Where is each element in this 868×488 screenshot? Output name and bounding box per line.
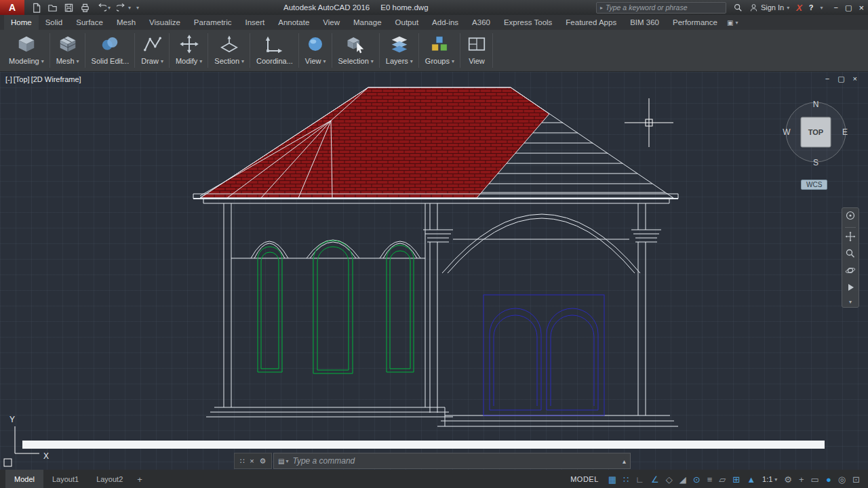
dropdown-caret-icon[interactable]: ▾ bbox=[128, 5, 131, 11]
selection-cycling-icon[interactable]: ⊞ bbox=[732, 475, 740, 484]
panel-modify[interactable]: Modify▾ bbox=[170, 30, 208, 71]
ortho-mode-icon[interactable]: ∟ bbox=[635, 475, 644, 484]
modify-icon[interactable] bbox=[179, 32, 199, 56]
ucs-icon[interactable] bbox=[264, 32, 285, 56]
tab-output[interactable]: Output bbox=[389, 15, 426, 30]
solidedit-icon[interactable] bbox=[100, 32, 120, 56]
panel-caret-icon[interactable]: ▾ bbox=[371, 58, 374, 64]
sign-in-button[interactable]: Sign In ▾ bbox=[749, 3, 789, 12]
panel-caret-icon[interactable]: ▾ bbox=[41, 58, 44, 64]
viewport-icon[interactable] bbox=[467, 32, 487, 56]
help-caret-icon[interactable]: ▾ bbox=[821, 5, 823, 11]
panel-section[interactable]: Section▾ bbox=[208, 30, 250, 71]
panel-coordina[interactable]: Coordina... bbox=[250, 30, 299, 71]
viewcube-face-label[interactable]: TOP bbox=[808, 128, 823, 136]
house-roof[interactable] bbox=[200, 87, 673, 198]
viewcube-east[interactable]: E bbox=[842, 127, 848, 137]
layout-tab-layout2[interactable]: Layout2 bbox=[87, 470, 132, 488]
show-motion-icon[interactable] bbox=[845, 282, 856, 296]
panel-selection[interactable]: Selection▾ bbox=[332, 30, 380, 71]
recent-commands-icon[interactable]: ▤▾ bbox=[278, 458, 288, 465]
viewport-restore-button[interactable]: ▢ bbox=[837, 75, 844, 83]
save-button[interactable] bbox=[64, 3, 74, 13]
tab-home[interactable]: Home bbox=[4, 15, 39, 30]
tab-parametric[interactable]: Parametric bbox=[187, 15, 239, 30]
wcs-dropdown[interactable]: WCS bbox=[801, 180, 827, 190]
drawing-viewport[interactable]: Y X [-] [Top] [2D Wireframe] − ▢ × bbox=[0, 72, 868, 470]
tab-view[interactable]: View bbox=[316, 15, 347, 30]
section-icon[interactable] bbox=[219, 32, 239, 56]
open-file-button[interactable] bbox=[47, 3, 58, 13]
isometric-drafting-icon[interactable]: ◇ bbox=[666, 475, 673, 484]
tab-insert[interactable]: Insert bbox=[238, 15, 271, 30]
panel-view[interactable]: View bbox=[460, 30, 493, 71]
undo-button[interactable]: ▾ bbox=[96, 3, 111, 13]
command-close-icon[interactable]: × bbox=[250, 457, 254, 465]
panel-caret-icon[interactable]: ▾ bbox=[410, 58, 413, 64]
viewcube[interactable]: TOP N W E S bbox=[778, 95, 853, 172]
layout-tab-model[interactable]: Model bbox=[5, 470, 43, 488]
panel-caret-icon[interactable]: ▾ bbox=[323, 58, 326, 64]
autocad-logo-icon[interactable]: A bbox=[0, 0, 24, 15]
tab-bim-360[interactable]: BIM 360 bbox=[623, 15, 666, 30]
viewport-visual-style-menu[interactable]: [2D Wireframe] bbox=[31, 75, 81, 83]
tab-manage[interactable]: Manage bbox=[347, 15, 389, 30]
panel-view[interactable]: View▾ bbox=[299, 30, 332, 71]
new-layout-button[interactable]: + bbox=[132, 474, 148, 485]
ribbon-display-toggle-icon[interactable]: ▣▾ bbox=[727, 15, 738, 30]
drawing-canvas[interactable]: Y X bbox=[0, 72, 868, 470]
pan-icon[interactable] bbox=[845, 231, 856, 245]
tab-surface[interactable]: Surface bbox=[69, 15, 110, 30]
lineweight-icon[interactable]: ≡ bbox=[707, 475, 713, 484]
search-icon[interactable] bbox=[733, 3, 743, 12]
viewport-control-menu[interactable]: [-] bbox=[5, 75, 12, 83]
annotation-add-scales-icon[interactable]: + bbox=[799, 475, 804, 484]
qat-menu-caret-icon[interactable]: ▾ bbox=[136, 5, 139, 11]
dropdown-caret-icon[interactable]: ▾ bbox=[108, 5, 111, 11]
model-space-toggle[interactable]: MODEL bbox=[568, 474, 601, 485]
snap-mode-icon[interactable]: ∷ bbox=[623, 475, 629, 484]
modeling-icon[interactable] bbox=[16, 32, 37, 56]
osnap-tracking-icon[interactable]: ◢ bbox=[679, 475, 686, 484]
viewcube-west[interactable]: W bbox=[783, 127, 791, 137]
graphics-performance-icon[interactable]: ● bbox=[826, 475, 831, 484]
mesh-icon[interactable] bbox=[58, 32, 78, 56]
zoom-icon[interactable] bbox=[845, 248, 856, 262]
help-icon[interactable]: ? bbox=[809, 3, 814, 12]
viewcube-south[interactable]: S bbox=[813, 158, 818, 167]
search-input[interactable]: ▸ Type a keyword or phrase bbox=[596, 2, 726, 14]
navbar-caret-icon[interactable]: ▾ bbox=[849, 299, 852, 305]
restore-button[interactable]: ▢ bbox=[845, 3, 852, 12]
viewport-close-button[interactable]: × bbox=[853, 75, 857, 83]
viewcube-north[interactable]: N bbox=[813, 100, 819, 109]
exchange-apps-icon[interactable]: X bbox=[796, 3, 802, 13]
house-walls[interactable] bbox=[193, 194, 678, 426]
workspace-switching-icon[interactable]: ⚙ bbox=[784, 475, 792, 484]
command-grip-icon[interactable]: ∷ bbox=[240, 457, 245, 466]
house-door[interactable] bbox=[484, 295, 604, 415]
panel-solid-edit[interactable]: Solid Edit... bbox=[85, 30, 136, 71]
annotation-scale-button[interactable]: 1:1▾ bbox=[762, 475, 777, 483]
transparency-icon[interactable]: ▱ bbox=[719, 475, 726, 484]
minimize-button[interactable]: − bbox=[834, 3, 838, 12]
polar-tracking-icon[interactable]: ∠ bbox=[651, 475, 659, 484]
tab-express-tools[interactable]: Express Tools bbox=[497, 15, 559, 30]
panel-draw[interactable]: Draw▾ bbox=[135, 30, 170, 71]
isolate-objects-icon[interactable]: ◎ bbox=[838, 475, 846, 484]
tab-visualize[interactable]: Visualize bbox=[142, 15, 187, 30]
tab-add-ins[interactable]: Add-ins bbox=[425, 15, 465, 30]
panel-caret-icon[interactable]: ▾ bbox=[452, 58, 454, 64]
tab-solid[interactable]: Solid bbox=[39, 15, 70, 30]
panel-caret-icon[interactable]: ▾ bbox=[199, 58, 202, 64]
selection-icon[interactable] bbox=[346, 32, 366, 56]
layers-icon[interactable] bbox=[389, 32, 410, 56]
window-middle[interactable] bbox=[313, 241, 353, 373]
viewport-minimize-button[interactable]: − bbox=[825, 75, 829, 83]
tab-featured-apps[interactable]: Featured Apps bbox=[559, 15, 623, 30]
annotation-monitor-icon[interactable]: ▭ bbox=[811, 475, 819, 484]
clean-screen-icon[interactable]: ⊡ bbox=[852, 475, 860, 484]
panel-caret-icon[interactable]: ▾ bbox=[77, 58, 79, 64]
tab-annotate[interactable]: Annotate bbox=[271, 15, 316, 30]
groups-icon[interactable] bbox=[429, 32, 450, 56]
plot-button[interactable] bbox=[80, 3, 90, 13]
